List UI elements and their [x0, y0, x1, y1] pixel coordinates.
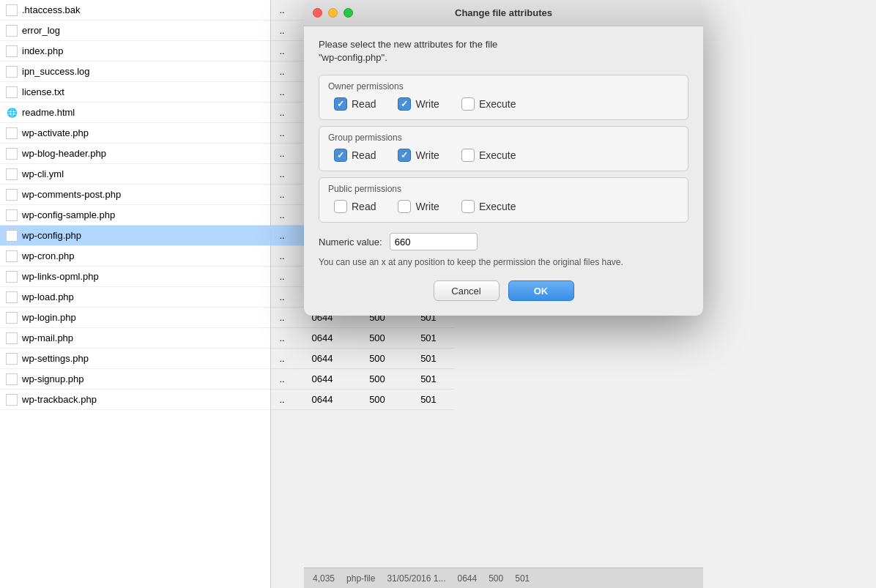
owner-permissions-label: Owner permissions	[328, 81, 679, 92]
file-name: .htaccess.bak	[22, 4, 81, 15]
file-name: wp-blog-header.php	[22, 148, 106, 159]
file-icon	[6, 332, 18, 344]
dialog-buttons: Cancel OK	[319, 280, 688, 301]
file-col1: 500	[489, 573, 503, 584]
minimize-button[interactable]	[328, 8, 338, 18]
file-icon	[6, 394, 18, 406]
dialog-description: Please select the new attributes for the…	[319, 38, 688, 64]
group-write-item: Write	[398, 149, 439, 162]
file-name: wp-settings.php	[22, 353, 89, 364]
group-checkboxes-row: Read Write Execute	[328, 149, 679, 162]
perm-cell: 0644	[293, 390, 352, 410]
list-item[interactable]: wp-signup.php	[0, 369, 270, 390]
file-col2: 501	[515, 573, 530, 584]
owner-execute-checkbox[interactable]	[461, 97, 475, 111]
cancel-button[interactable]: Cancel	[434, 280, 500, 301]
list-item[interactable]: license.txt	[0, 82, 270, 103]
file-name: wp-trackback.php	[22, 394, 97, 405]
list-item[interactable]: wp-load.php	[0, 287, 270, 308]
list-item[interactable]: wp-links-opml.php	[0, 267, 270, 287]
dots-cell: ..	[271, 82, 293, 103]
file-name: wp-login.php	[22, 312, 76, 323]
list-item[interactable]: index.php	[0, 41, 270, 62]
file-icon	[6, 25, 18, 37]
list-item[interactable]: wp-settings.php	[0, 349, 270, 369]
public-write-checkbox[interactable]	[398, 200, 411, 213]
list-item[interactable]: 🌐readme.html	[0, 103, 270, 123]
dots-cell: ..	[271, 123, 293, 144]
file-icon	[6, 45, 18, 57]
list-item[interactable]: wp-cron.php	[0, 246, 270, 267]
list-item[interactable]: wp-trackback.php	[0, 390, 270, 410]
file-name: wp-mail.php	[22, 332, 73, 343]
public-read-checkbox[interactable]	[334, 200, 347, 213]
file-name: wp-config-sample.php	[22, 209, 115, 220]
owner-read-checkbox[interactable]	[334, 97, 347, 111]
group-execute-item: Execute	[461, 149, 516, 162]
perm-cell: 0644	[293, 349, 352, 369]
list-item[interactable]: wp-mail.php	[0, 328, 270, 349]
group-read-item: Read	[334, 149, 376, 162]
public-execute-label: Execute	[479, 201, 516, 212]
file-type: php-file	[346, 573, 375, 584]
list-item[interactable]: wp-config.php	[0, 226, 270, 246]
dots-cell: ..	[271, 205, 293, 226]
list-item[interactable]: ipn_success.log	[0, 62, 270, 82]
dots-cell: ..	[271, 185, 293, 205]
file-icon	[6, 189, 18, 201]
list-item[interactable]: wp-activate.php	[0, 123, 270, 144]
table-row: ..0644500501	[271, 369, 876, 390]
owner-write-label: Write	[415, 98, 439, 110]
group-execute-checkbox[interactable]	[461, 149, 475, 162]
dots-cell: ..	[271, 226, 293, 246]
list-item[interactable]: wp-blog-header.php	[0, 144, 270, 164]
table-row: ..0644500501	[271, 349, 876, 369]
file-icon	[6, 373, 18, 385]
owner-write-checkbox[interactable]	[398, 97, 411, 111]
file-icon	[6, 312, 18, 324]
group-read-label: Read	[352, 149, 376, 161]
list-item[interactable]: .htaccess.bak	[0, 0, 270, 21]
num2-cell: 501	[403, 369, 454, 390]
file-name: license.txt	[22, 86, 64, 97]
num1-cell: 500	[352, 349, 403, 369]
group-write-checkbox[interactable]	[398, 149, 411, 162]
titlebar-buttons	[313, 8, 353, 18]
owner-permissions-section: Owner permissions Read Write Execute	[319, 75, 688, 120]
dots-cell: ..	[271, 246, 293, 267]
owner-read-label: Read	[352, 98, 376, 110]
dots-cell: ..	[271, 308, 293, 328]
dialog-title: Change file attributes	[455, 7, 552, 18]
file-date: 31/05/2016 1...	[387, 573, 445, 584]
file-icon	[6, 168, 18, 180]
list-item[interactable]: error_log	[0, 21, 270, 41]
public-checkboxes-row: Read Write Execute	[328, 200, 679, 213]
file-icon	[6, 271, 18, 283]
close-button[interactable]	[313, 8, 322, 18]
public-read-item: Read	[334, 200, 376, 213]
public-write-item: Write	[398, 200, 439, 213]
maximize-button[interactable]	[344, 8, 353, 18]
num1-cell: 500	[352, 369, 403, 390]
group-permissions-label: Group permissions	[328, 133, 679, 143]
ok-button[interactable]: OK	[508, 280, 574, 301]
file-name: readme.html	[22, 107, 75, 118]
numeric-value-input[interactable]	[390, 233, 478, 250]
group-read-checkbox[interactable]	[334, 149, 347, 162]
file-icon	[6, 4, 18, 16]
num2-cell: 501	[403, 349, 454, 369]
list-item[interactable]: wp-cli.yml	[0, 164, 270, 185]
num2-cell: 501	[403, 328, 454, 349]
group-write-label: Write	[415, 149, 439, 161]
file-name: wp-links-opml.php	[22, 271, 99, 282]
public-execute-checkbox[interactable]	[461, 200, 475, 213]
file-icon: 🌐	[6, 107, 18, 119]
dots-cell: ..	[271, 41, 293, 62]
list-item[interactable]: wp-comments-post.php	[0, 185, 270, 205]
list-item[interactable]: wp-login.php	[0, 308, 270, 328]
list-item[interactable]: wp-config-sample.php	[0, 205, 270, 226]
file-icon	[6, 86, 18, 98]
file-name: wp-activate.php	[22, 127, 89, 138]
file-icon	[6, 148, 18, 160]
perm-cell: 0644	[293, 369, 352, 390]
